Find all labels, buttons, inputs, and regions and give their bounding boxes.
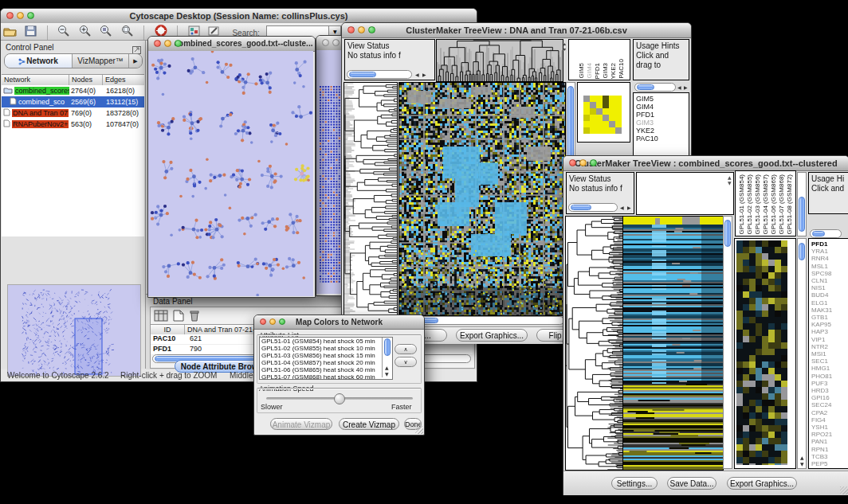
gene-label[interactable]: YSH1 <box>811 424 832 431</box>
gene-label[interactable]: BUD4 <box>811 291 832 299</box>
attribute-item[interactable]: GPL51-03 (GSM856) heat shock 15 min <box>260 352 392 359</box>
column-label[interactable]: GPL51-07 (GSM868) <box>778 174 785 235</box>
column-tree-area[interactable] <box>636 172 734 215</box>
gene-label[interactable]: PFD1 <box>811 240 832 248</box>
column-label[interactable]: GPL51-04 (GSM857) <box>762 174 769 235</box>
column-label[interactable]: GPL51-06 (GSM865) <box>770 174 777 235</box>
column-label[interactable]: GPL51-01 (GSM854) <box>738 174 745 235</box>
zoom-fit-icon[interactable] <box>121 25 134 40</box>
close-icon[interactable] <box>260 318 266 325</box>
maximize-icon[interactable] <box>175 40 182 47</box>
column-label[interactable]: GPL51-02 (GSM855) <box>746 174 753 235</box>
gene-label[interactable]: NIS1 <box>811 284 832 291</box>
gene-label[interactable]: HRD3 <box>811 387 832 394</box>
zoom-selected-icon[interactable] <box>100 25 112 40</box>
maximize-icon[interactable] <box>27 12 34 19</box>
scroll-left-icon[interactable]: ◀ <box>415 72 419 77</box>
attribute-item[interactable]: GPL51-04 (GSM857) heat shock 20 min <box>260 359 392 366</box>
close-icon[interactable] <box>569 159 576 166</box>
resize-grip[interactable] <box>415 426 423 434</box>
attribute-item[interactable]: GPL51-01 (GSM854) heat shock 05 min <box>260 338 392 345</box>
gene-label[interactable]: PUF3 <box>811 380 832 387</box>
expression-heatmap[interactable] <box>622 216 724 471</box>
gene-label[interactable]: GIM5 <box>636 95 658 103</box>
gene-label[interactable]: SEC24 <box>811 401 832 408</box>
network-overview-thumbnail[interactable] <box>7 284 141 377</box>
column-label[interactable]: YKE2 <box>610 63 617 79</box>
gene-label[interactable]: NTR2 <box>811 343 832 350</box>
usage-hints-hscrollbar[interactable] <box>810 229 842 238</box>
expression-heatmap[interactable] <box>398 82 566 316</box>
tab-more-icon[interactable]: ▶ <box>129 54 142 68</box>
open-session-icon[interactable] <box>3 25 17 40</box>
maximize-icon[interactable] <box>368 26 375 33</box>
treeview-combined-titlebar[interactable]: ClusterMaker TreeView : combined_scores_… <box>563 156 848 171</box>
gene-label[interactable]: FIG4 <box>811 416 832 424</box>
column-dendrogram[interactable] <box>436 39 563 82</box>
speed-slider-thumb[interactable] <box>334 393 345 404</box>
treeview-dna-titlebar[interactable]: ClusterMaker TreeView : DNA and Tran 07-… <box>342 23 691 38</box>
zoom-in-icon[interactable] <box>79 25 92 40</box>
export-graphics-button[interactable]: Export Graphics... <box>456 329 528 342</box>
minimize-icon[interactable] <box>17 12 24 19</box>
save-session-icon[interactable] <box>25 25 37 40</box>
attribute-item[interactable]: GPL51-06 (GSM865) heat shock 40 min <box>260 366 392 373</box>
column-label[interactable]: GPL51-08 (GSM872) <box>786 174 793 235</box>
gene-label[interactable]: GIM4 <box>636 103 658 111</box>
network-window-titlebar[interactable]: combined_scores_good.txt--cluste... <box>148 37 315 52</box>
export-graphics-button[interactable]: Export Graphics... <box>727 477 797 490</box>
minimize-icon[interactable] <box>269 318 276 325</box>
gene-label[interactable]: HMG1 <box>811 365 832 372</box>
dialog-titlebar[interactable]: Map Colors to Network <box>254 315 424 330</box>
create-vizmap-button[interactable]: Create Vizmap <box>339 418 399 430</box>
gene-label[interactable]: PAN1 <box>811 438 832 445</box>
heatmap-vscrollbar[interactable] <box>723 216 732 469</box>
gene-label[interactable]: MON2 <box>811 467 832 469</box>
close-icon[interactable] <box>322 39 329 46</box>
attribute-item[interactable]: GPL51-02 (GSM855) heat shock 10 min <box>260 345 392 352</box>
gene-label[interactable]: VIP1 <box>811 336 832 343</box>
tab-network[interactable]: Network <box>5 54 73 68</box>
scroll-left-icon[interactable]: ◀ <box>677 84 681 90</box>
scroll-right-icon[interactable]: ▶ <box>627 205 631 210</box>
column-label[interactable]: PAC10 <box>618 59 625 79</box>
close-icon[interactable] <box>154 40 161 47</box>
gene-label[interactable]: ELG1 <box>811 299 832 307</box>
gene-label[interactable]: CPA2 <box>811 409 832 416</box>
move-up-button[interactable]: ∧ <box>395 344 417 354</box>
row-dendrogram[interactable] <box>344 82 398 315</box>
gene-label[interactable]: PHO81 <box>811 373 832 380</box>
gene-label[interactable]: MSI1 <box>811 350 832 357</box>
settings-button[interactable]: Settings... <box>611 477 658 490</box>
move-down-button[interactable]: ∨ <box>395 357 417 367</box>
attribute-select-icon[interactable] <box>154 310 168 325</box>
view-status-hscrollbar[interactable] <box>347 70 412 79</box>
attribute-item[interactable]: GPL51-07 (GSM868) heat shock 60 min <box>260 373 392 380</box>
gene-label[interactable]: MAK31 <box>811 307 832 314</box>
network-table-row[interactable]: DNA and Tran 07769(0)183728(0) <box>2 107 144 119</box>
gene-label[interactable]: RPN1 <box>811 446 832 453</box>
row-dendrogram[interactable] <box>565 216 623 471</box>
scroll-right-icon[interactable]: ▶ <box>422 72 426 77</box>
zoom-out-icon[interactable] <box>57 25 70 40</box>
usage-hints-hscrollbar[interactable] <box>634 83 676 92</box>
view-status-hscrollbar[interactable] <box>568 203 618 212</box>
scroll-left-icon[interactable]: ◀ <box>620 205 624 210</box>
gene-label[interactable]: SPC98 <box>811 270 832 277</box>
tab-vizmapper[interactable]: VizMapper™ <box>73 54 129 68</box>
minimize-icon[interactable] <box>579 159 587 166</box>
column-label[interactable]: PFD1 <box>594 63 601 79</box>
gene-label[interactable]: PAC10 <box>636 135 658 143</box>
animate-vizmap-button[interactable]: Animate Vizmap <box>270 418 332 430</box>
maximize-icon[interactable] <box>590 159 597 166</box>
minimize-icon[interactable] <box>332 39 340 46</box>
scroll-right-icon[interactable]: ▶ <box>684 84 688 90</box>
zoom-heatmap[interactable] <box>583 96 622 134</box>
splitter-arrows-icon[interactable]: ▴▾ <box>563 41 566 52</box>
network-view-canvas[interactable] <box>148 51 313 296</box>
gene-label[interactable]: PFD1 <box>636 111 658 119</box>
gene-label[interactable]: GTB1 <box>811 314 832 321</box>
resize-grip[interactable] <box>840 486 848 494</box>
gene-list-vscrollbar[interactable]: ▲▼ <box>797 238 807 469</box>
network-table-row[interactable]: combined_scores2764(0)16218(0) <box>2 85 144 96</box>
